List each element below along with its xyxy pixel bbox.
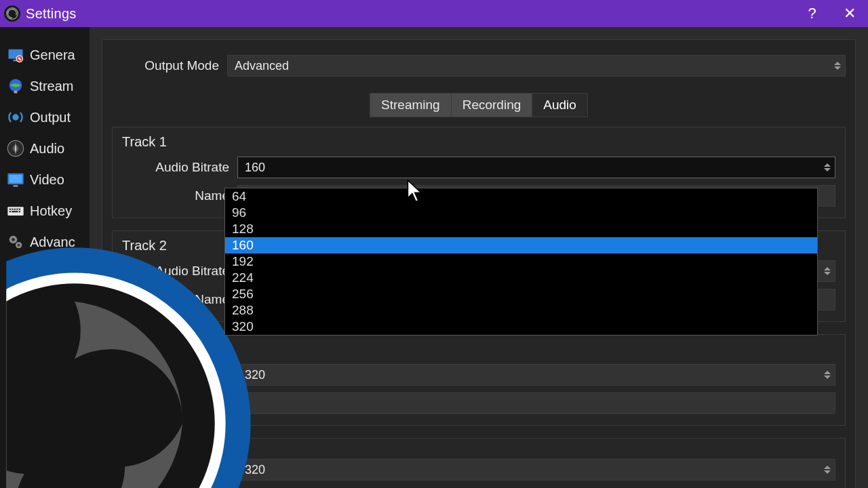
sidebar-item-hotkeys[interactable]: Hotkey	[0, 195, 90, 226]
tab-audio[interactable]: Audio	[532, 93, 588, 117]
output-tabs: Streaming Recording Audio	[112, 93, 846, 117]
track-1-bitrate-select[interactable]: 160	[237, 157, 835, 178]
chevron-updown-icon	[824, 366, 833, 384]
svg-rect-15	[12, 209, 13, 210]
gears-icon	[5, 232, 26, 252]
chevron-updown-icon	[824, 262, 833, 280]
track-1-bitrate-value: 160	[245, 161, 265, 175]
keyboard-icon	[5, 201, 26, 221]
help-button[interactable]: ?	[793, 0, 831, 27]
bitrate-option[interactable]: 224	[225, 270, 817, 286]
svg-rect-19	[9, 211, 11, 212]
sidebar-item-label: Stream	[30, 79, 73, 94]
track-3-bitrate-label: Audio Bitrate	[122, 367, 237, 382]
sidebar-item-label: Audio	[30, 141, 64, 157]
svg-rect-20	[12, 211, 18, 212]
chevron-updown-icon	[834, 57, 844, 75]
output-mode-label: Output Mode	[112, 58, 227, 73]
track-1-bitrate-label: Audio Bitrate	[122, 160, 237, 175]
speaker-icon	[5, 138, 26, 159]
chevron-updown-icon	[824, 461, 833, 479]
svg-rect-12	[14, 185, 18, 186]
sidebar-item-video[interactable]: Video	[0, 164, 90, 195]
svg-rect-16	[14, 209, 16, 210]
bitrate-option[interactable]: 256	[225, 286, 817, 302]
bitrate-option[interactable]: 320	[225, 319, 817, 335]
sidebar-item-stream[interactable]: Stream	[0, 70, 90, 102]
track-3-name-input[interactable]	[237, 392, 835, 414]
titlebar: Settings ? ✕	[0, 0, 868, 27]
track-1-title: Track 1	[122, 134, 835, 150]
svg-point-24	[12, 238, 15, 241]
track-3-bitrate-value: 320	[245, 368, 265, 382]
svg-point-7	[14, 115, 18, 120]
sidebar-item-label: Video	[30, 172, 64, 188]
bitrate-option[interactable]: 96	[225, 205, 817, 221]
sidebar-item-output[interactable]: Output	[0, 102, 90, 133]
tab-streaming[interactable]: Streaming	[370, 93, 452, 117]
svg-rect-14	[9, 209, 11, 210]
svg-rect-18	[19, 209, 20, 210]
track-3-name-label: Name	[122, 396, 237, 411]
app-icon	[4, 5, 20, 22]
sidebar: Genera Stream Output Audio Video	[0, 27, 90, 488]
svg-point-25	[18, 244, 20, 247]
chevron-updown-icon	[824, 159, 833, 176]
close-button[interactable]: ✕	[831, 0, 868, 27]
bitrate-option[interactable]: 192	[225, 253, 817, 270]
monitor-icon	[5, 169, 26, 190]
output-mode-value: Advanced	[235, 59, 289, 73]
globe-icon	[5, 76, 26, 96]
broadcast-icon	[5, 107, 26, 127]
sidebar-item-label: Hotkey	[30, 203, 72, 219]
track-3-bitrate-select[interactable]: 320	[237, 364, 835, 386]
output-mode-select[interactable]: Advanced	[227, 55, 846, 77]
track-2-bitrate-label: Audio Bitrate	[122, 264, 237, 279]
sidebar-item-label: Genera	[30, 47, 75, 63]
tab-recording[interactable]: Recording	[452, 93, 533, 117]
svg-rect-11	[9, 175, 22, 183]
sidebar-item-label: Output	[30, 110, 71, 125]
bitrate-dropdown[interactable]: 6496128160192224256288320	[224, 188, 818, 336]
track-3-title: Track 3	[122, 342, 835, 357]
bitrate-option[interactable]: 64	[225, 188, 817, 205]
track-4-section: te 320	[112, 438, 846, 488]
window-title: Settings	[26, 6, 77, 22]
track-4-bitrate-value: 320	[245, 463, 265, 477]
main-panel: Output Mode Advanced Streaming Recording…	[90, 27, 868, 488]
track-2-name-label: Name	[122, 292, 237, 307]
bitrate-option[interactable]: 128	[225, 221, 817, 237]
sidebar-item-advanced[interactable]: Advanc	[0, 226, 90, 258]
wrench-icon	[5, 45, 26, 65]
svg-rect-6	[14, 91, 18, 94]
sidebar-item-general[interactable]: Genera	[0, 39, 90, 70]
track-1-name-label: Name	[122, 188, 237, 203]
bitrate-option[interactable]: 160	[225, 237, 817, 253]
svg-rect-17	[16, 209, 18, 210]
track-4-bitrate-select[interactable]: 320	[237, 459, 835, 481]
sidebar-item-audio[interactable]: Audio	[0, 133, 90, 164]
sidebar-item-label: Advanc	[30, 235, 75, 250]
track-4-bitrate-label: te	[122, 462, 237, 477]
svg-rect-21	[19, 211, 20, 212]
bitrate-option[interactable]: 288	[225, 302, 817, 319]
track-3-section: Track 3 Audio Bitrate 320 Name	[112, 334, 846, 426]
